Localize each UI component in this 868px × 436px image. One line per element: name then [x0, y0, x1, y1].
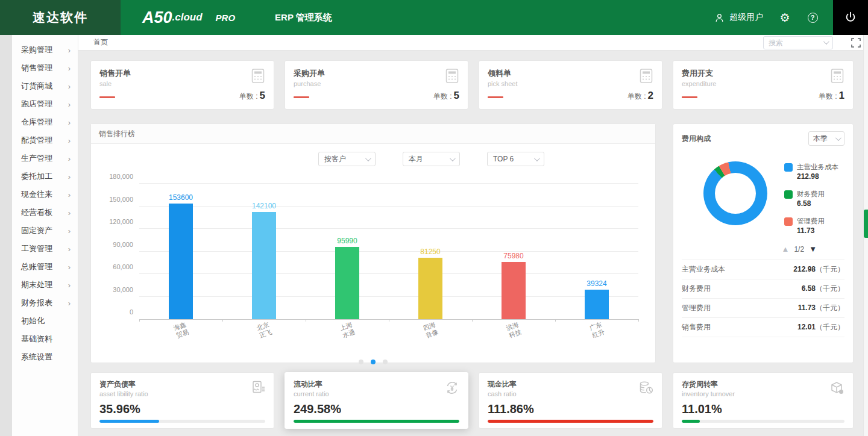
sidebar-item-订货商城[interactable]: 订货商城› [12, 77, 78, 95]
search-input[interactable] [769, 39, 817, 47]
chart-filters: 按客户 本月 TOP 6 [91, 152, 655, 166]
sidebar-collapse-strip[interactable] [0, 35, 12, 436]
stat-card-subtitle: sale [99, 80, 265, 87]
ratio-progress-track [99, 420, 265, 423]
legend-item-主营业务成本[interactable]: 主营业务成本212.98 [784, 163, 838, 181]
sidebar-item-销售管理[interactable]: 销售管理› [12, 59, 78, 77]
sidebar-item-现金往来[interactable]: 现金往来› [12, 185, 78, 204]
pager-up-icon[interactable]: ▲ [782, 244, 790, 254]
calculator-icon [830, 68, 844, 86]
stat-card-count: 单数 :1 [819, 90, 844, 102]
brand-edition: PRO [216, 13, 236, 23]
sidebar-item-系统设置[interactable]: 系统设置 [12, 348, 78, 366]
red-dash [488, 96, 503, 98]
user-name: 超级用户 [729, 12, 763, 23]
sidebar-item-经营看板[interactable]: 经营看板› [12, 204, 78, 222]
sidebar-item-总账管理[interactable]: 总账管理› [12, 258, 78, 276]
sidebar-item-采购管理[interactable]: 采购管理› [12, 41, 78, 59]
fullscreen-button[interactable] [851, 38, 861, 48]
ratio-card-存货周转率[interactable]: 存货周转率inventory turnover 11.01% [673, 372, 854, 429]
chevron-right-icon: › [68, 244, 71, 254]
chevron-right-icon: › [68, 172, 71, 181]
brand-suffix: .cloud [172, 11, 203, 23]
product-name: ERP 管理系统 [275, 12, 332, 23]
breadcrumb-home-tab[interactable]: 首页 [93, 37, 108, 48]
carousel-dot[interactable] [371, 360, 376, 364]
sidebar-item-label: 基础资料 [21, 334, 52, 344]
stat-card-领料单[interactable]: 领料单pick sheet 单数 :2 [479, 60, 662, 110]
pager-down-icon[interactable]: ▼ [809, 244, 817, 254]
chevron-right-icon: › [68, 64, 71, 73]
stat-card-销售开单[interactable]: 销售开单sale 单数 :5 [90, 60, 274, 110]
sidebar-item-label: 现金往来 [21, 189, 52, 200]
sidebar-item-初始化[interactable]: 初始化 [12, 312, 78, 330]
user-menu[interactable]: 超级用户 [713, 11, 763, 23]
ratio-card-资产负债率[interactable]: 资产负债率asset libility ratio 35.96% [90, 372, 274, 429]
sidebar-item-基础资料[interactable]: 基础资料 [12, 330, 78, 348]
sidebar-item-label: 系统设置 [21, 352, 52, 363]
chevron-down-icon [835, 135, 841, 141]
sidebar-item-委托加工[interactable]: 委托加工› [12, 167, 78, 185]
chevron-right-icon: › [68, 136, 71, 145]
calculator-icon [251, 68, 265, 86]
expense-list: 主营业务成本212.98（千元）财务费用6.58（千元）管理费用11.73（千元… [682, 260, 844, 337]
bar-value-label: 75980 [503, 252, 523, 260]
sidebar-item-跑店管理[interactable]: 跑店管理› [12, 95, 78, 113]
x-axis-label: 洪海科技 [472, 322, 555, 338]
carousel-dot[interactable] [359, 360, 363, 364]
ratio-card-title: 流动比率 [294, 379, 459, 390]
ratio-card-title: 存货周转率 [682, 379, 844, 390]
sidebar-item-财务报表[interactable]: 财务报表› [12, 294, 78, 312]
carousel-dot[interactable] [383, 360, 388, 364]
stat-cards-row: 销售开单sale 单数 :5采购开单purchase 单数 :5领料单pick … [90, 60, 854, 110]
sidebar-item-固定资产[interactable]: 固定资产› [12, 222, 78, 240]
ratio-card-现金比率[interactable]: 现金比率cash ratio 111.86% [479, 372, 662, 429]
legend-item-管理费用[interactable]: 管理费用11.73 [784, 217, 838, 235]
expense-donut-row: 主营业务成本212.98财务费用6.58管理费用11.73 [682, 161, 844, 235]
feedback-tab[interactable] [864, 210, 868, 238]
sidebar-item-label: 销售管理 [21, 63, 52, 73]
sidebar-item-生产管理[interactable]: 生产管理› [12, 149, 78, 167]
period-select[interactable]: 本月 [403, 152, 460, 166]
stat-card-采购开单[interactable]: 采购开单purchase 单数 :5 [285, 60, 468, 110]
settings-button[interactable]: ⚙ [779, 11, 791, 23]
dimension-select[interactable]: 按客户 [318, 152, 376, 166]
stat-card-费用开支[interactable]: 费用开支expenditure 单数 :1 [673, 60, 854, 110]
function-search-select[interactable] [763, 36, 833, 49]
chevron-right-icon: › [68, 263, 71, 272]
app-header: 速达软件 A50 .cloud PRO ERP 管理系统 超级用户 ⚙ ? [0, 0, 868, 35]
sidebar-item-label: 仓库管理 [21, 117, 52, 128]
help-button[interactable]: ? [807, 11, 819, 23]
y-axis-tick: 180,000 [109, 173, 133, 180]
sidebar-item-配货管理[interactable]: 配货管理› [12, 131, 78, 149]
ratio-card-subtitle: current ratio [294, 390, 459, 397]
topn-select[interactable]: TOP 6 [487, 152, 544, 166]
y-axis-tick: 0 [130, 308, 133, 316]
ratio-card-title: 现金比率 [488, 379, 653, 390]
sales-bar-chart: 030,00060,00090,000120,000150,000180,000… [139, 184, 638, 320]
sidebar-item-期末处理[interactable]: 期末处理› [12, 276, 78, 294]
ratio-card-subtitle: asset libility ratio [99, 390, 265, 397]
stat-card-count: 单数 :5 [239, 90, 265, 102]
x-axis-label: 广东红升 [555, 322, 638, 338]
company-logo: 速达软件 [0, 0, 121, 35]
legend-text: 管理费用11.73 [797, 217, 825, 235]
bar-column: 153600 [139, 184, 222, 319]
bar-四海音像: 81250 [418, 258, 442, 319]
main-area: 首页 销售开单sale 单数 :5采购开单purchase 单数 :5领料单pi… [78, 35, 868, 436]
chevron-right-icon: › [68, 100, 71, 109]
sidebar-item-label: 总账管理 [21, 261, 52, 272]
legend-item-财务费用[interactable]: 财务费用6.58 [784, 190, 838, 208]
sidebar-item-仓库管理[interactable]: 仓库管理› [12, 113, 78, 131]
expense-period-select[interactable]: 本季 [808, 131, 844, 146]
logout-button[interactable] [833, 0, 868, 35]
stat-card-subtitle: purchase [294, 80, 459, 87]
expense-row-label: 销售费用 [682, 322, 711, 332]
ratio-card-流动比率[interactable]: 流动比率current ratio 249.58% [285, 372, 468, 429]
ratio-progress-track [488, 420, 653, 423]
sidebar-item-工资管理[interactable]: 工资管理› [12, 240, 78, 258]
stat-card-title: 费用开支 [682, 68, 844, 79]
ratio-progress-fill [682, 420, 700, 423]
sidebar-item-label: 委托加工 [21, 171, 52, 182]
ratio-progress-fill [99, 420, 159, 423]
